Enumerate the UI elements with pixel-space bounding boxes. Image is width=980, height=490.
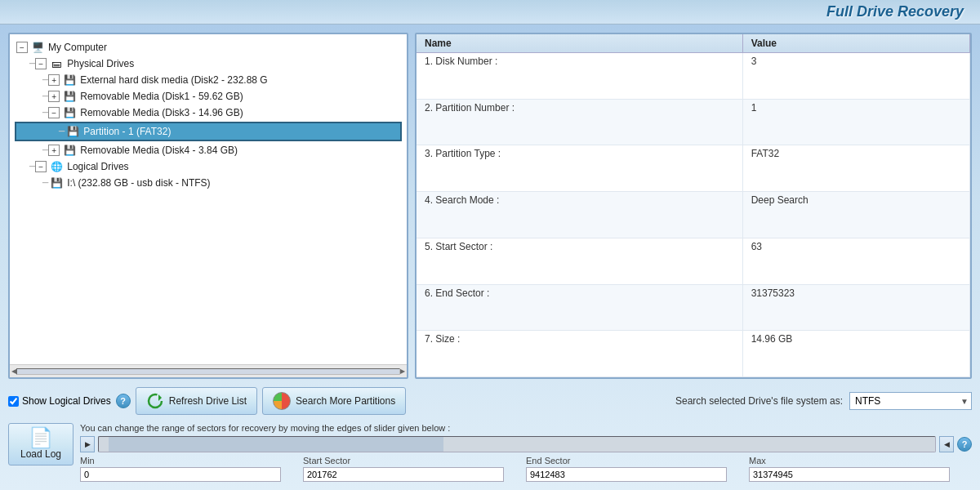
tree-node-disk1[interactable]: ─ + 💾 Removable Media (Disk1 - 59.62 GB) [13,88,403,105]
max-field: Max [749,456,972,482]
refresh-icon [146,392,164,410]
node-label-disk1: Removable Media (Disk1 - 59.62 GB) [80,91,243,102]
node-label-disk2: External hard disk media (Disk2 - 232.88… [80,74,267,86]
prop-name: 3. Partition Type : [416,145,742,192]
tree-node-mycomputer[interactable]: − 🖥️ My Computer [13,39,403,56]
prop-name: 5. Start Sector : [416,238,742,284]
col-header-name: Name [416,34,742,53]
prop-name: 4. Search Mode : [416,192,742,238]
prop-name: 1. Disk Number : [416,53,742,100]
checkbox-label-text: Show Logical Drives [22,395,111,407]
end-sector-label: End Sector [526,456,749,466]
table-row: 1. Disk Number :3 [416,53,970,100]
node-label-mycomputer: My Computer [48,42,107,53]
tree-node-physical[interactable]: ─ − 🖴 Physical Drives [13,56,403,72]
max-label: Max [749,456,972,466]
tree-node-partition1[interactable]: ─ 💾 Partition - 1 (FAT32) [15,122,402,141]
node-label-partition1: Partition - 1 (FAT32) [83,126,171,137]
col-header-value: Value [742,34,969,53]
drive-icon-disk3: 💾 [61,106,78,119]
tree-node-disk3[interactable]: ─ − 💾 Removable Media (Disk3 - 14.96 GB) [13,105,403,121]
expand-logical[interactable]: − [35,161,47,172]
connector-physical: ─ [29,58,35,69]
min-field: Min [80,456,303,482]
prop-value: 31375323 [742,284,969,331]
expand-physical[interactable]: − [35,58,47,69]
start-sector-field: Start Sector [303,456,526,482]
expand-disk3[interactable]: − [48,107,60,118]
sector-values: Min Start Sector End Sector Max [80,456,972,482]
table-row: 7. Size :14.96 GB [416,331,970,377]
node-label-disk4: Removable Media (Disk4 - 3.84 GB) [80,145,238,156]
load-log-button[interactable]: 📄 Load Log [8,423,74,466]
partition-icon: 💾 [65,125,81,138]
tree-horizontal-scroll[interactable]: ◀ ▶ [10,364,407,377]
drive-icon-disk1: 💾 [61,90,78,103]
search-partitions-label: Search More Partitions [296,395,395,407]
properties-table: Name Value 1. Disk Number :32. Partition… [416,34,970,377]
node-label-driveI: I:\ (232.88 GB - usb disk - NTFS) [67,177,210,189]
slider-fill [109,437,443,452]
prop-value: Deep Search [742,192,969,238]
tree-scroll-area[interactable]: − 🖥️ My Computer ─ − 🖴 Physical Drives ─ [10,34,407,364]
node-label-physical: Physical Drives [67,58,134,69]
pie-chart-icon [273,392,291,410]
tree-node-disk2[interactable]: ─ + 💾 External hard disk media (Disk2 - … [13,72,403,88]
show-logical-drives-checkbox[interactable] [8,396,19,407]
filesystem-dropdown-wrapper: NTFS FAT32 FAT exFAT ▼ [849,392,972,410]
tree-node-driveI[interactable]: ─ 💾 I:\ (232.88 GB - usb disk - NTFS) [13,175,403,191]
svg-marker-1 [158,394,162,401]
tree-node-disk4[interactable]: ─ + 💾 Removable Media (Disk4 - 3.84 GB) [13,142,403,158]
expand-disk2[interactable]: + [48,74,60,86]
prop-name: 2. Partition Number : [416,99,742,145]
filesystem-dropdown[interactable]: NTFS FAT32 FAT exFAT [849,392,972,410]
bottom-section: 📄 Load Log You can change the range of s… [8,423,972,482]
prop-value: 3 [742,53,969,100]
start-sector-input[interactable] [303,467,504,482]
show-logical-drives-label[interactable]: Show Logical Drives [8,395,111,407]
tree-node-logical[interactable]: ─ − 🌐 Logical Drives [13,158,403,175]
expand-mycomputer[interactable]: − [16,42,28,53]
refresh-btn-label: Refresh Drive List [169,395,247,407]
help-icon-slider[interactable]: ? [957,437,972,452]
connector-disk4: ─ [42,145,48,156]
app-title: Full Drive Recovery [826,3,964,20]
max-input[interactable] [749,467,950,482]
end-sector-input[interactable] [526,467,727,482]
folder-icon-physical: 🖴 [48,57,65,70]
connector-disk1: ─ [42,91,48,102]
prop-name: 6. End Sector : [416,284,742,331]
node-label-disk3: Removable Media (Disk3 - 14.96 GB) [80,107,243,118]
connector-disk2: ─ [42,74,48,86]
table-row: 5. Start Sector :63 [416,238,970,284]
slider-left-btn[interactable]: ▶ [80,436,95,452]
connector-driveI: ─ [42,177,48,189]
refresh-drive-list-button[interactable]: Refresh Drive List [136,387,257,415]
slider-container: ▶ ◀ ? [80,436,972,452]
help-icon-logical[interactable]: ? [116,394,131,408]
expand-disk4[interactable]: + [48,145,60,156]
min-input[interactable] [80,467,281,482]
table-row: 4. Search Mode :Deep Search [416,192,970,238]
load-log-icon: 📄 [32,429,50,447]
computer-icon: 🖥️ [29,41,46,54]
load-log-label: Load Log [20,448,61,460]
properties-panel: Name Value 1. Disk Number :32. Partition… [415,33,972,379]
start-sector-label: Start Sector [303,456,526,466]
end-sector-field: End Sector [526,456,749,482]
scroll-right-arrow[interactable]: ▶ [400,368,405,375]
search-more-partitions-button[interactable]: Search More Partitions [262,387,406,415]
expand-disk1[interactable]: + [48,91,60,102]
prop-value: 14.96 GB [742,331,969,377]
min-label: Min [80,456,303,466]
slider-track[interactable] [98,436,936,452]
slider-right-btn[interactable]: ◀ [939,436,954,452]
connector-partition1: ─ [59,126,65,137]
drive-icon-disk2: 💾 [61,74,78,87]
tree-container: − 🖥️ My Computer ─ − 🖴 Physical Drives ─ [10,34,407,364]
node-label-logical: Logical Drives [67,161,128,172]
search-label: Search selected Drive's file system as: [675,395,843,407]
sector-desc-text: You can change the range of sectors for … [80,423,972,433]
drive-tree-panel: − 🖥️ My Computer ─ − 🖴 Physical Drives ─ [8,33,408,379]
table-row: 3. Partition Type :FAT32 [416,145,970,192]
